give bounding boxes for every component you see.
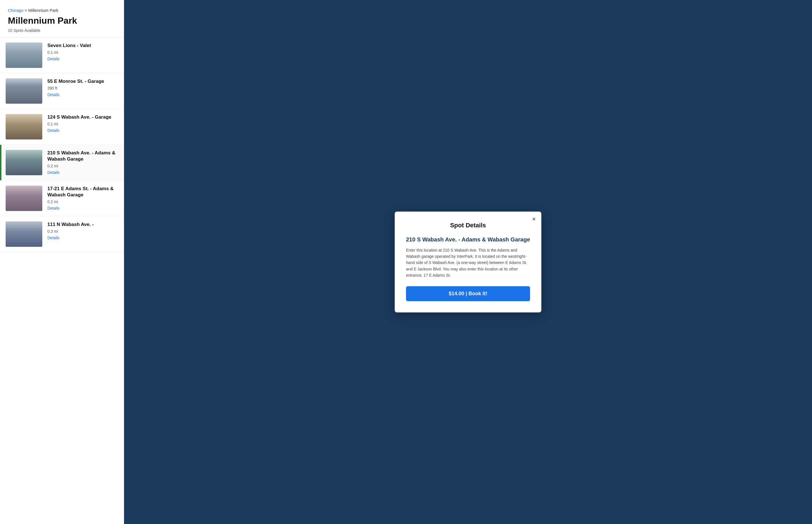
spot-item-2[interactable]: 55 E Monroe St. - Garage 390 ft Details <box>0 73 124 109</box>
spot-item-3[interactable]: 124 S Wabash Ave. - Garage 0.1 mi Detail… <box>0 109 124 145</box>
page-title: Millennium Park <box>8 16 116 26</box>
spot-item-6[interactable]: 111 N Wabash Ave. - 0.3 mi Details <box>0 216 124 252</box>
spot-distance-2: 390 ft <box>47 86 118 91</box>
spot-info-2: 55 E Monroe St. - Garage 390 ft Details <box>47 78 118 97</box>
breadcrumb-location: Millennium Park <box>28 8 58 13</box>
breadcrumb-chicago-link[interactable]: Chicago <box>8 8 23 13</box>
spot-distance-6: 0.3 mi <box>47 229 118 233</box>
spot-distance-4: 0.2 mi <box>47 164 118 168</box>
spot-item-5[interactable]: 17-21 E Adams St. - Adams & Wabash Garag… <box>0 181 124 216</box>
breadcrumb: Chicago > Millennium Park <box>8 8 116 13</box>
spot-info-5: 17-21 E Adams St. - Adams & Wabash Garag… <box>47 186 118 211</box>
spot-thumbnail-2 <box>6 78 42 104</box>
spot-modal: × Spot Details 210 S Wabash Ave. - Adams… <box>395 212 541 313</box>
spot-item-1[interactable]: Seven Lions - Valet 0.1 mi Details <box>0 37 124 73</box>
breadcrumb-separator: > <box>23 8 28 13</box>
spot-info-1: Seven Lions - Valet 0.1 mi Details <box>47 43 118 61</box>
spot-distance-1: 0.1 mi <box>47 50 118 55</box>
spots-list: Seven Lions - Valet 0.1 mi Details 55 E … <box>0 37 124 524</box>
spot-details-link-2[interactable]: Details <box>47 93 60 97</box>
modal-title: Spot Details <box>406 222 530 229</box>
spot-thumbnail-6 <box>6 222 42 247</box>
header-section: Chicago > Millennium Park Millennium Par… <box>0 0 124 37</box>
modal-close-button[interactable]: × <box>532 216 536 222</box>
right-panel: × Spot Details 210 S Wabash Ave. - Adams… <box>124 0 812 524</box>
spot-details-link-6[interactable]: Details <box>47 235 60 240</box>
spot-distance-3: 0.1 mi <box>47 122 118 126</box>
spot-name-5: 17-21 E Adams St. - Adams & Wabash Garag… <box>47 186 118 198</box>
spot-name-1: Seven Lions - Valet <box>47 43 118 49</box>
spot-info-4: 210 S Wabash Ave. - Adams & Wabash Garag… <box>47 150 118 175</box>
spot-name-3: 124 S Wabash Ave. - Garage <box>47 114 118 120</box>
spot-name-6: 111 N Wabash Ave. - <box>47 222 118 228</box>
spot-name-4: 210 S Wabash Ave. - Adams & Wabash Garag… <box>47 150 118 162</box>
spot-info-3: 124 S Wabash Ave. - Garage 0.1 mi Detail… <box>47 114 118 133</box>
spot-distance-5: 0.2 mi <box>47 199 118 204</box>
spot-name-2: 55 E Monroe St. - Garage <box>47 78 118 84</box>
spot-thumbnail-3 <box>6 114 42 140</box>
spot-details-link-1[interactable]: Details <box>47 56 60 61</box>
spot-details-link-5[interactable]: Details <box>47 206 60 210</box>
spot-details-link-4[interactable]: Details <box>47 170 60 175</box>
spot-details-link-3[interactable]: Details <box>47 128 60 133</box>
spot-thumbnail-1 <box>6 43 42 68</box>
spot-thumbnail-5 <box>6 186 42 211</box>
spot-item-4[interactable]: 210 S Wabash Ave. - Adams & Wabash Garag… <box>0 145 124 181</box>
left-panel: Chicago > Millennium Park Millennium Par… <box>0 0 124 524</box>
modal-spot-name: 210 S Wabash Ave. - Adams & Wabash Garag… <box>406 236 530 243</box>
spot-info-6: 111 N Wabash Ave. - 0.3 mi Details <box>47 222 118 240</box>
spots-available: 10 Spots Available <box>8 28 116 33</box>
modal-description: Enter this location at 210 S Wabash Ave.… <box>406 247 530 279</box>
book-button[interactable]: $14.00 | Book It! <box>406 286 530 301</box>
spot-thumbnail-4 <box>6 150 42 175</box>
